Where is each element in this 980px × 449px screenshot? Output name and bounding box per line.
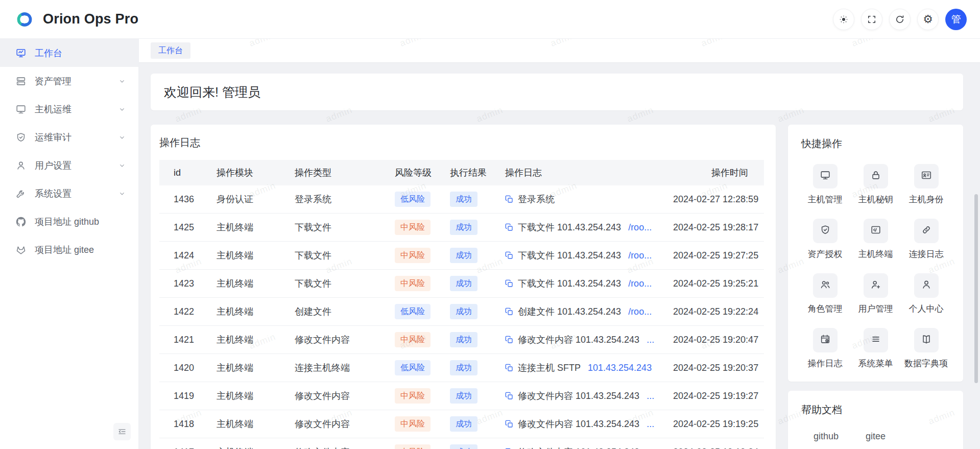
refresh-icon <box>895 14 905 25</box>
sidebar-item-label: 系统设置 <box>35 187 71 200</box>
sidebar-item-gitee[interactable]: 项目地址 gitee <box>0 235 138 264</box>
quick-action[interactable]: 个人中心 <box>902 273 950 315</box>
log-text: 登录系统 <box>518 193 555 205</box>
settings-button[interactable]: ⚙ <box>917 9 939 30</box>
cell-result: 成功 <box>440 304 495 319</box>
cell-time: 2024-02-27 12:28:59 <box>663 194 764 205</box>
quick-action[interactable]: 操作日志 <box>801 328 849 369</box>
fullscreen-button[interactable] <box>861 9 882 30</box>
copy-icon[interactable] <box>505 308 513 316</box>
sidebar-item-system-settings[interactable]: 系统设置 <box>0 179 138 207</box>
cell-result: 成功 <box>440 248 495 263</box>
sidebar-item-ops-audit[interactable]: 运维审计 <box>0 123 138 151</box>
cell-type: 下载文件 <box>284 221 385 233</box>
quick-action-label: 数据字典项 <box>904 358 948 369</box>
log-link[interactable]: /roo... <box>628 250 652 261</box>
copy-icon[interactable] <box>505 195 513 203</box>
quick-action[interactable]: 资产授权 <box>801 219 849 260</box>
risk-badge: 中风险 <box>395 388 431 403</box>
log-text: 修改文件内容 101.43.254.243 <box>518 446 639 449</box>
help-link[interactable]: gitee <box>851 431 900 442</box>
help-link[interactable]: github <box>801 431 851 442</box>
copy-icon[interactable] <box>505 223 513 231</box>
log-text: 下载文件 101.43.254.243 <box>518 277 621 290</box>
welcome-text: 欢迎回来! 管理员 <box>164 84 260 101</box>
sidebar-item-github[interactable]: 项目地址 github <box>0 207 138 235</box>
sidebar-item-label: 项目地址 github <box>35 216 99 228</box>
calendar-icon <box>820 334 831 347</box>
result-badge: 成功 <box>450 276 477 291</box>
quick-actions-title: 快捷操作 <box>801 137 950 151</box>
assets-icon <box>15 76 27 87</box>
risk-badge: 低风险 <box>395 192 431 206</box>
logo-icon <box>13 10 36 29</box>
quick-action[interactable]: 主机终端 <box>852 219 899 260</box>
table-row: 1420 主机终端 连接主机终端 低风险 成功 连接主机 SFTP 101.43… <box>159 354 764 382</box>
content: 欢迎回来! 管理员 操作日志 id操作模块操作类型风险等级执行结果操作日志操作时… <box>139 63 980 449</box>
chevron-down-icon <box>118 190 126 198</box>
menu-icon <box>870 334 881 347</box>
quick-action[interactable]: 用户管理 <box>852 273 899 315</box>
log-link[interactable]: ... <box>647 391 654 401</box>
operation-log-card: 操作日志 id操作模块操作类型风险等级执行结果操作日志操作时间 1436 身份认… <box>151 125 776 449</box>
log-link[interactable]: ... <box>647 335 654 345</box>
table-row: 1421 主机终端 修改文件内容 中风险 成功 修改文件内容 101.43.25… <box>159 326 764 354</box>
sidebar-item-user-settings[interactable]: 用户设置 <box>0 151 138 179</box>
quick-action-label: 角色管理 <box>808 303 843 315</box>
cell-time: 2024-02-25 19:27:25 <box>663 250 764 261</box>
log-text: 连接主机 SFTP <box>518 362 581 374</box>
cell-log: 登录系统 <box>495 193 663 205</box>
log-link[interactable]: /roo... <box>628 278 652 289</box>
log-link[interactable]: 101.43.254.243 <box>588 363 652 373</box>
cell-type: 连接主机终端 <box>284 362 385 374</box>
collapse-sidebar-icon <box>117 427 127 436</box>
copy-icon[interactable] <box>505 336 513 344</box>
sidebar-item-workbench[interactable]: 工作台 <box>0 39 138 67</box>
idcard-icon <box>921 170 932 183</box>
risk-badge: 中风险 <box>395 332 431 347</box>
cell-id: 1420 <box>159 363 206 373</box>
result-badge: 成功 <box>450 304 477 319</box>
copy-icon[interactable] <box>505 420 513 428</box>
quick-action[interactable]: 系统菜单 <box>852 328 899 369</box>
log-link[interactable]: /roo... <box>628 222 652 233</box>
copy-icon[interactable] <box>505 251 513 259</box>
theme-toggle-button[interactable] <box>833 9 854 30</box>
quick-action[interactable]: 连接日志 <box>902 219 950 260</box>
user-avatar[interactable]: 管 <box>945 9 967 30</box>
copy-icon[interactable] <box>505 392 513 400</box>
refresh-button[interactable] <box>889 9 911 30</box>
quick-action-label: 主机身份 <box>909 194 944 205</box>
sidebar-collapse-button[interactable] <box>113 423 131 440</box>
log-link[interactable]: /roo... <box>628 306 652 317</box>
cell-time: 2024-02-25 19:19:25 <box>663 419 764 430</box>
quick-action-label: 个人中心 <box>909 303 944 315</box>
log-text: 修改文件内容 101.43.254.243 <box>518 418 639 430</box>
quick-action[interactable]: 主机管理 <box>801 164 849 205</box>
result-badge: 成功 <box>450 360 477 375</box>
log-table-header: id操作模块操作类型风险等级执行结果操作日志操作时间 <box>159 160 764 185</box>
sidebar-item-asset-mgmt[interactable]: 资产管理 <box>0 67 138 95</box>
table-row: 1423 主机终端 下载文件 中风险 成功 下载文件 101.43.254.24… <box>159 270 764 298</box>
log-link[interactable]: ... <box>647 447 654 449</box>
log-link[interactable]: ... <box>647 419 654 430</box>
log-table-body: 1436 身份认证 登录系统 低风险 成功 登录系统 2024-02-27 12… <box>159 185 764 449</box>
risk-badge: 中风险 <box>395 276 431 291</box>
quick-action[interactable]: 主机秘钥 <box>852 164 899 205</box>
cell-module: 主机终端 <box>206 305 284 318</box>
cell-type: 修改文件内容 <box>284 390 385 402</box>
log-text: 下载文件 101.43.254.243 <box>518 249 621 262</box>
user-icon <box>921 279 932 292</box>
cell-module: 主机终端 <box>206 418 284 430</box>
copy-icon[interactable] <box>505 364 513 372</box>
tab-workbench[interactable]: 工作台 <box>151 42 190 59</box>
sidebar-item-host-ops[interactable]: 主机运维 <box>0 95 138 123</box>
sidebar-item-label: 项目地址 gitee <box>35 244 94 256</box>
quick-action[interactable]: 角色管理 <box>801 273 849 315</box>
page-scrollbar-thumb[interactable] <box>974 194 978 383</box>
copy-icon[interactable] <box>505 279 513 288</box>
shield-icon <box>820 224 831 238</box>
quick-action[interactable]: 主机身份 <box>902 164 950 205</box>
quick-action[interactable]: 数据字典项 <box>902 328 950 369</box>
cell-time: 2024-02-25 19:25:21 <box>663 278 764 289</box>
